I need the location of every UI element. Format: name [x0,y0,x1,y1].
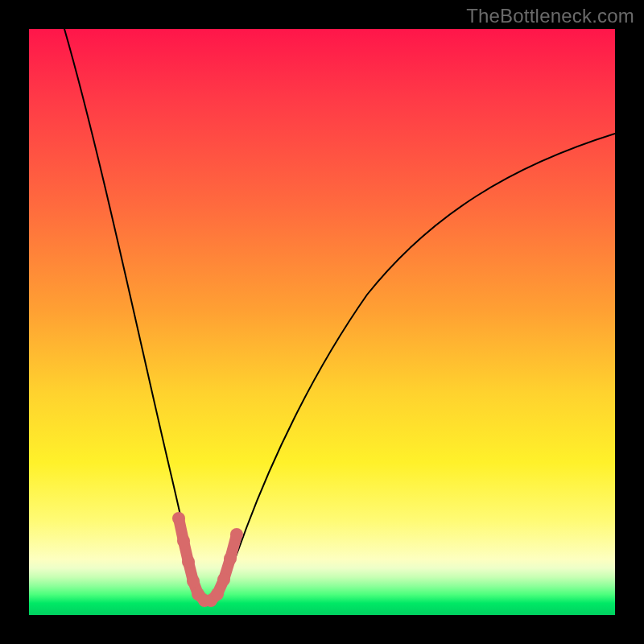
svg-point-3 [187,575,200,588]
chart-svg [29,29,615,615]
svg-point-8 [217,573,230,586]
svg-point-1 [177,535,190,547]
plot-area [29,29,615,615]
svg-point-10 [230,528,243,541]
svg-point-0 [172,512,185,525]
svg-point-7 [211,588,224,601]
svg-point-2 [182,555,195,568]
bottleneck-curve-line [64,29,615,602]
chart-frame: TheBottleneck.com [0,0,644,644]
watermark-text: TheBottleneck.com [466,5,634,27]
svg-point-9 [224,552,237,565]
